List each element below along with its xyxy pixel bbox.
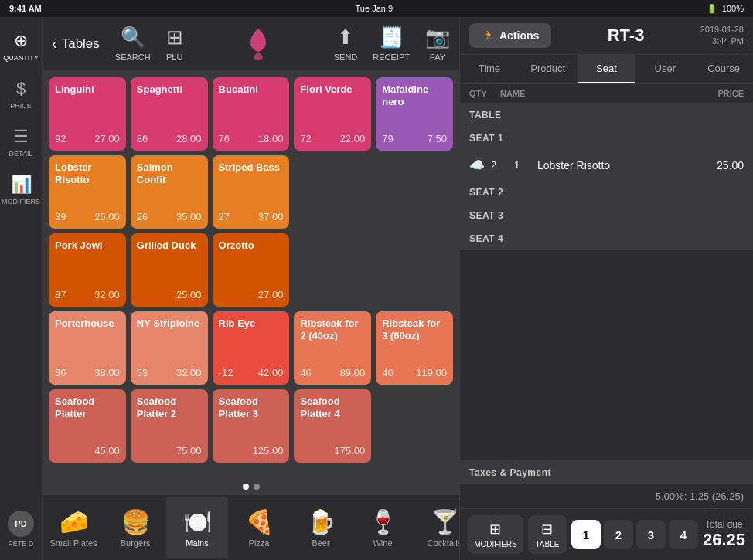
- header-qty: QTY: [469, 89, 500, 98]
- top-bar-right: ⬆ SEND 🧾 RECEIPT 📷 PAY: [334, 25, 450, 62]
- menu-item[interactable]: Salmon Confit 26 35.00: [131, 155, 208, 229]
- tab-course[interactable]: Course: [694, 55, 753, 83]
- actions-button[interactable]: 🏃 Actions: [469, 23, 551, 48]
- order-table-header: QTY NAME PRICE: [460, 84, 753, 104]
- empty-cell: [294, 233, 371, 307]
- category-cocktails[interactable]: 🍸 Cocktails: [414, 497, 459, 558]
- menu-item[interactable]: Ribsteak for 2 (40oz) 46 89.00: [294, 311, 371, 385]
- item-price: 37.00: [258, 211, 284, 222]
- menu-item[interactable]: Lobster Risotto 39 25.00: [49, 155, 126, 229]
- item-name: Porterhouse: [55, 317, 120, 330]
- menu-item[interactable]: Fiori Verde 72 22.00: [294, 77, 371, 151]
- seat-btn-3[interactable]: 3: [636, 520, 666, 549]
- item-qty: 26: [137, 211, 148, 222]
- tax-row: 5.00%: 1.25 (26.25): [460, 484, 753, 508]
- category-beer[interactable]: 🍺 Beer: [290, 497, 352, 558]
- page-indicator: [43, 479, 459, 494]
- item-price: 175.00: [334, 445, 365, 456]
- menu-item[interactable]: Striped Bass 27 37.00: [213, 155, 290, 229]
- menu-item[interactable]: Seafood Platter 2 75.00: [131, 389, 208, 463]
- table-button[interactable]: ⊟ TABLE: [528, 515, 567, 554]
- receipt-button[interactable]: 🧾 RECEIPT: [373, 25, 410, 62]
- status-day: Tue Jan 9: [356, 4, 394, 13]
- sidebar-item-quantity[interactable]: ⊕ QUANTITY: [1, 23, 41, 70]
- actions-runner-icon: 🏃: [482, 29, 495, 42]
- seat-btn-2[interactable]: 2: [604, 520, 633, 549]
- header-name: NAME: [500, 89, 697, 98]
- item-stats: 27 37.00: [219, 211, 284, 222]
- back-button[interactable]: ‹ Tables: [52, 35, 100, 53]
- tab-user[interactable]: User: [635, 55, 694, 83]
- tab-time[interactable]: Time: [460, 55, 519, 83]
- menu-item[interactable]: Linguini 92 27.00: [49, 77, 126, 151]
- category-icon: 🧀: [60, 508, 88, 535]
- item-name: Salmon Confit: [137, 161, 202, 185]
- avatar: PD: [8, 511, 34, 537]
- sidebar-item-modifiers[interactable]: 📊 MODIFIERS: [1, 167, 41, 213]
- modifiers-button[interactable]: ⊞ MODIFIERS: [468, 515, 523, 554]
- category-burgers[interactable]: 🍔 Burgers: [104, 497, 166, 558]
- item-name: Grilled Duck: [137, 239, 202, 252]
- sidebar-item-detail[interactable]: ☰ DETAIL: [1, 119, 41, 165]
- user-avatar-area[interactable]: PD PETE D: [1, 506, 41, 552]
- order-row[interactable]: ☁️ 2 1 Lobster Risotto 25.00: [460, 150, 753, 181]
- table-bar-label: TABLE: [535, 540, 559, 548]
- taxes-section: Taxes & Payment 5.00%: 1.25 (26.25): [460, 460, 753, 508]
- receipt-icon: 🧾: [379, 25, 404, 49]
- price-icon: $: [16, 79, 26, 99]
- empty-cell: [376, 233, 453, 307]
- pay-button[interactable]: 📷 PAY: [425, 25, 450, 62]
- category-pizza[interactable]: 🍕 Pizza: [228, 497, 290, 558]
- menu-item[interactable]: NY Striploine 53 32.00: [131, 311, 208, 385]
- tab-product[interactable]: Product: [519, 55, 578, 83]
- menu-item[interactable]: Bucatini 76 18.00: [213, 77, 290, 151]
- item-name: Bucatini: [219, 83, 284, 96]
- total-label: Total due:: [703, 519, 745, 530]
- back-chevron-icon: ‹: [52, 35, 57, 53]
- menu-item[interactable]: Seafood Platter 3 125.00: [213, 389, 290, 463]
- category-icon: 🍔: [121, 508, 150, 535]
- item-qty: 39: [55, 211, 66, 222]
- menu-item[interactable]: Orzotto 27.00: [213, 233, 290, 307]
- search-button[interactable]: 🔍 SEARCH: [115, 25, 151, 62]
- menu-item[interactable]: Pork Jowl 87 32.00: [49, 233, 126, 307]
- item-price: 18.00: [258, 133, 284, 144]
- detail-icon: ☰: [13, 127, 29, 147]
- category-mains[interactable]: 🍽️ Mains: [166, 497, 228, 558]
- item-qty: 46: [382, 367, 393, 378]
- menu-item[interactable]: Spaghetti 86 28.00: [131, 77, 208, 151]
- section-seat-1: SEAT 1: [460, 127, 753, 150]
- send-label: SEND: [334, 53, 358, 62]
- category-small-plates[interactable]: 🧀 Small Plates: [43, 497, 104, 558]
- menu-item[interactable]: Seafood Platter 45.00: [49, 389, 126, 463]
- menu-item[interactable]: Mafaldine nero 79 7.50: [376, 77, 453, 151]
- category-wine[interactable]: 🍷 Wine: [352, 497, 414, 558]
- menu-item[interactable]: Grilled Duck 25.00: [131, 233, 208, 307]
- menu-item[interactable]: Rib Eye -12 42.00: [213, 311, 290, 385]
- item-price: 45.00: [94, 445, 120, 456]
- item-stats: -12 42.00: [219, 367, 284, 378]
- detail-label: DETAIL: [9, 150, 33, 158]
- seat-btn-1[interactable]: 1: [571, 520, 601, 549]
- menu-item[interactable]: Porterhouse 36 38.00: [49, 311, 126, 385]
- item-name: Mafaldine nero: [382, 83, 447, 107]
- seat-btn-4[interactable]: 4: [669, 520, 698, 549]
- item-price: 42.00: [258, 367, 284, 378]
- sidebar-item-price[interactable]: $ PRICE: [1, 71, 41, 117]
- bottom-action-bar: ⊞ MODIFIERS ⊟ TABLE 1234 Total due: 26.2…: [460, 508, 753, 560]
- item-price: 119.00: [416, 367, 447, 378]
- category-icon: 🍷: [369, 508, 397, 535]
- tab-bar: TimeProductSeatUserCourse: [460, 55, 753, 84]
- category-label: Cocktails: [428, 538, 459, 548]
- item-price: 25.00: [94, 211, 120, 222]
- item-name: Spaghetti: [137, 83, 202, 96]
- plu-button[interactable]: ⊞ PLU: [166, 25, 183, 62]
- quantity-label: QUANTITY: [3, 54, 39, 62]
- dot-1: [243, 484, 249, 490]
- menu-item[interactable]: Ribsteak for 3 (60oz) 46 119.00: [376, 311, 453, 385]
- modifiers-bar-icon: ⊞: [489, 521, 501, 538]
- category-bar: 🧀 Small Plates 🍔 Burgers 🍽️ Mains 🍕 Pizz…: [43, 494, 459, 560]
- send-button[interactable]: ⬆ SEND: [334, 25, 358, 62]
- tab-seat[interactable]: Seat: [578, 55, 636, 83]
- menu-item[interactable]: Seafood Platter 4 175.00: [294, 389, 371, 463]
